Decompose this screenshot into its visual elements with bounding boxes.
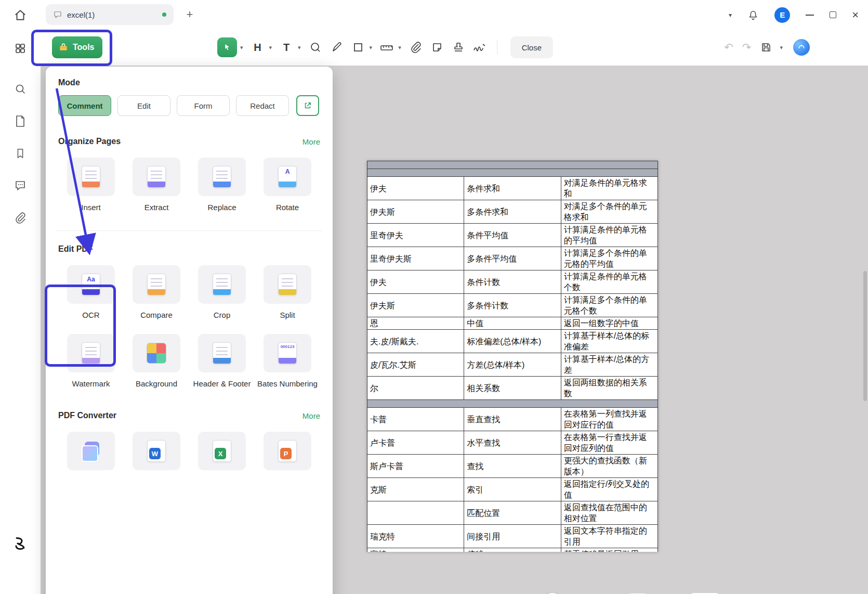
pen-tool-icon[interactable]	[328, 38, 345, 57]
table-cell-func: 匹配位置	[464, 501, 561, 525]
tool-ocr[interactable]: Aa OCR	[58, 265, 124, 320]
tools-button[interactable]: Tools	[52, 36, 102, 58]
sticker-icon[interactable]	[429, 38, 445, 57]
redo-icon[interactable]: ↷	[742, 41, 752, 54]
save-icon[interactable]	[760, 41, 772, 54]
document-tab[interactable]: excel(1)	[46, 4, 174, 25]
select-tool-button[interactable]	[217, 37, 237, 57]
mode-redact-button[interactable]: Redact	[236, 95, 289, 116]
table-cell-desc: 更强大的查找函数（新版本）	[561, 455, 657, 478]
user-avatar[interactable]: E	[774, 7, 790, 23]
table-cell-func: 间接引用	[464, 525, 561, 548]
tool-rotate[interactable]: A Rotate	[255, 158, 320, 213]
titlebar: excel(1) + ▾ E ×	[0, 0, 868, 30]
select-tool-caret-icon[interactable]: ▾	[240, 44, 243, 51]
toolbar-divider	[497, 40, 497, 55]
ocr-icon: Aa	[82, 274, 100, 295]
text-tool-button[interactable]: T	[278, 38, 295, 57]
shape-caret-icon[interactable]: ▾	[370, 44, 373, 51]
table-row: 伊夫条件求和对满足条件的单元格求和	[367, 177, 658, 200]
table-cell-func: 偏移	[464, 548, 561, 552]
mode-form-button[interactable]: Form	[177, 95, 230, 116]
vertical-scrollbar[interactable]	[863, 271, 867, 401]
mode-edit-button[interactable]: Edit	[117, 95, 170, 116]
measure-ruler-icon[interactable]	[378, 38, 395, 57]
comment-search-icon[interactable]	[307, 38, 324, 57]
save-caret-icon[interactable]: ▾	[780, 44, 783, 51]
tool-label: Compare	[140, 310, 173, 320]
attachments-icon[interactable]	[12, 210, 28, 226]
table-cell-desc: 计算满足条件的单元格的平均值	[561, 224, 657, 247]
bookmark-icon[interactable]	[12, 146, 28, 161]
table-cell-func: 多条件平均值	[464, 247, 561, 270]
notifications-bell-icon[interactable]	[747, 9, 759, 21]
window-maximize-button[interactable]	[830, 11, 836, 18]
pdf-page[interactable]: 伊夫条件求和对满足条件的单元格求和伊夫斯多条件求和对满足多个条件的单元格求和里奇…	[367, 161, 658, 552]
tool-background[interactable]: Background	[124, 334, 189, 389]
table-cell-func: 多条件计数	[464, 294, 561, 317]
extract-icon	[147, 166, 166, 188]
tool-watermark[interactable]: Watermark	[58, 334, 124, 389]
table-cell-name	[367, 501, 464, 525]
tool-to-ppt[interactable]: P	[255, 432, 320, 470]
table-cell-func: 相关系数	[464, 377, 561, 400]
table-cell-func: 中值	[464, 317, 561, 330]
status-controls: ▸ 1 ▴ ▾ 33% − + 1:1	[543, 591, 787, 594]
tool-replace[interactable]: Replace	[189, 158, 255, 213]
table-band-cell	[367, 161, 658, 169]
new-tab-button[interactable]: +	[183, 8, 196, 21]
converter-more-link[interactable]: More	[303, 411, 320, 420]
comments-icon[interactable]	[12, 178, 28, 193]
tool-insert[interactable]: Insert	[58, 158, 124, 213]
undo-icon[interactable]: ↶	[724, 41, 733, 54]
tool-compare[interactable]: Compare	[124, 265, 189, 320]
text-caret-icon[interactable]: ▾	[298, 44, 301, 51]
table-row: 卢卡普水平查找在表格第一行查找并返回对应列的值	[367, 431, 658, 455]
tab-list-caret-icon[interactable]: ▾	[729, 11, 732, 19]
table-row: 里奇伊夫斯多条件平均值计算满足多个条件的单元格的平均值	[367, 247, 658, 270]
tool-label: OCR	[82, 310, 99, 320]
window-minimize-button[interactable]	[806, 15, 814, 16]
tool-to-word[interactable]: W	[124, 432, 189, 470]
tool-to-image[interactable]	[58, 432, 124, 470]
watermark-icon	[82, 342, 100, 364]
bates-icon-digits: 000123	[279, 344, 296, 349]
mode-comment-button[interactable]: Comment	[58, 95, 111, 116]
search-icon[interactable]	[12, 81, 28, 97]
tool-bates-numbering[interactable]: 000123 Bates Numbering	[255, 334, 320, 389]
shape-rectangle-icon[interactable]	[350, 38, 366, 57]
word-converter-icon: W	[147, 440, 166, 462]
tool-crop[interactable]: Crop	[189, 265, 255, 320]
replace-icon	[213, 166, 231, 188]
organize-more-link[interactable]: More	[303, 137, 320, 146]
stamp-icon[interactable]	[450, 38, 467, 57]
table-cell-name: 斯卢卡普	[367, 455, 464, 478]
highlight-caret-icon[interactable]: ▾	[269, 44, 272, 51]
table-cell-desc: 计算满足条件的单元格个数	[561, 270, 657, 294]
toolbox-icon	[58, 42, 69, 53]
table-cell-desc: 返回一组数字的中值	[561, 317, 657, 330]
table-row: 皮/瓦尔.艾斯方差(总体/样本)计算基于样本/总体的方差	[367, 353, 658, 377]
tool-extract[interactable]: Extract	[124, 158, 189, 213]
open-mode-external-button[interactable]	[296, 95, 319, 116]
window-close-button[interactable]: ×	[852, 9, 859, 21]
tool-header-footer[interactable]: Header & Footer	[189, 334, 255, 389]
organize-section-title: Organize Pages	[58, 137, 121, 146]
pages-thumbnail-icon[interactable]	[12, 113, 28, 129]
home-button[interactable]	[11, 7, 29, 23]
tool-label: Replace	[207, 202, 236, 213]
apps-grid-icon[interactable]	[12, 41, 28, 56]
tab-title: excel(1)	[67, 10, 95, 19]
close-document-button[interactable]: Close	[510, 36, 553, 58]
table-cell-name: 伊夫	[367, 270, 464, 294]
table-row: 夫.皮/斯戴夫.标准偏差(总体/样本)计算基于样本/总体的标准偏差	[367, 330, 658, 353]
measure-caret-icon[interactable]: ▾	[398, 44, 401, 51]
table-cell-desc: 对满足多个条件的单元格求和	[561, 200, 657, 224]
ai-assistant-icon[interactable]	[793, 39, 810, 56]
tool-label: Background	[136, 379, 177, 389]
highlight-tool-button[interactable]: H	[249, 38, 266, 57]
tool-split[interactable]: Split	[255, 265, 320, 320]
tool-to-excel[interactable]: X	[189, 432, 255, 470]
signature-icon[interactable]	[471, 38, 488, 57]
attachment-paperclip-icon[interactable]	[407, 38, 424, 57]
